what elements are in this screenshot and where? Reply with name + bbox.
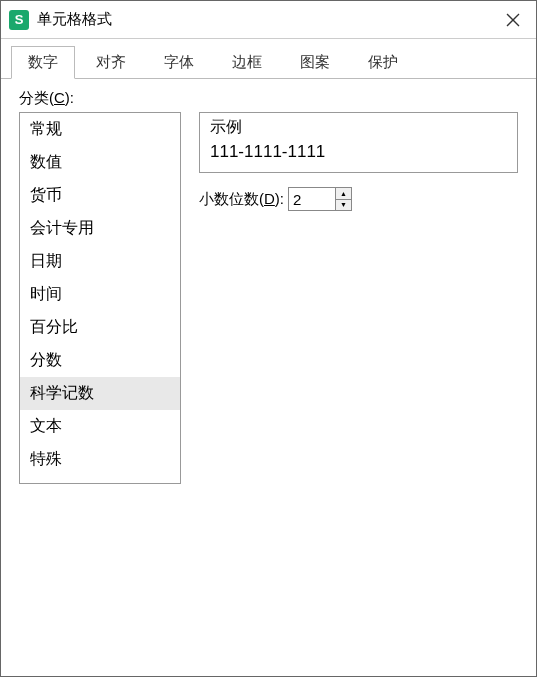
list-item[interactable]: 自定义	[20, 476, 180, 484]
tab-content: 分类(C): 常规数值货币会计专用日期时间百分比分数科学记数文本特殊自定义 示例…	[1, 79, 536, 676]
tab-3[interactable]: 边框	[215, 46, 279, 79]
tab-4[interactable]: 图案	[283, 46, 347, 79]
decimals-input[interactable]	[289, 188, 335, 210]
titlebar: S 单元格格式	[1, 1, 536, 39]
example-title: 示例	[210, 117, 507, 138]
close-button[interactable]	[498, 5, 528, 35]
category-label: 分类(C):	[19, 89, 518, 108]
category-listbox[interactable]: 常规数值货币会计专用日期时间百分比分数科学记数文本特殊自定义	[19, 112, 181, 484]
decimals-row: 小数位数(D): ▲ ▼	[199, 187, 518, 211]
spin-buttons: ▲ ▼	[335, 188, 351, 210]
decimals-label-hotkey: D	[264, 190, 275, 207]
app-icon: S	[9, 10, 29, 30]
list-item[interactable]: 常规	[20, 113, 180, 146]
dialog-window: S 单元格格式 数字对齐字体边框图案保护 分类(C): 常规数值货币会计专用日期…	[0, 0, 537, 677]
tab-1[interactable]: 对齐	[79, 46, 143, 79]
list-item[interactable]: 特殊	[20, 443, 180, 476]
close-icon	[506, 13, 520, 27]
list-item[interactable]: 分数	[20, 344, 180, 377]
spin-down-button[interactable]: ▼	[336, 200, 351, 211]
example-box: 示例 111-1111-1111	[199, 112, 518, 173]
list-item[interactable]: 日期	[20, 245, 180, 278]
tab-5[interactable]: 保护	[351, 46, 415, 79]
tab-2[interactable]: 字体	[147, 46, 211, 79]
tab-bar: 数字对齐字体边框图案保护	[1, 39, 536, 79]
example-value: 111-1111-1111	[210, 142, 507, 162]
right-pane: 示例 111-1111-1111 小数位数(D): ▲ ▼	[199, 112, 518, 484]
decimals-label: 小数位数(D):	[199, 190, 284, 209]
list-item[interactable]: 货币	[20, 179, 180, 212]
list-item[interactable]: 时间	[20, 278, 180, 311]
category-label-hotkey: C	[54, 89, 65, 106]
list-item[interactable]: 科学记数	[20, 377, 180, 410]
main-row: 常规数值货币会计专用日期时间百分比分数科学记数文本特殊自定义 示例 111-11…	[19, 112, 518, 484]
list-item[interactable]: 会计专用	[20, 212, 180, 245]
category-label-prefix: 分类(	[19, 89, 54, 106]
spin-up-button[interactable]: ▲	[336, 188, 351, 200]
category-label-suffix: ):	[65, 89, 74, 106]
tab-0[interactable]: 数字	[11, 46, 75, 79]
list-item[interactable]: 百分比	[20, 311, 180, 344]
decimals-spinner: ▲ ▼	[288, 187, 352, 211]
window-title: 单元格格式	[37, 10, 498, 29]
list-item[interactable]: 文本	[20, 410, 180, 443]
decimals-label-prefix: 小数位数(	[199, 190, 264, 207]
list-item[interactable]: 数值	[20, 146, 180, 179]
decimals-label-suffix: ):	[275, 190, 284, 207]
